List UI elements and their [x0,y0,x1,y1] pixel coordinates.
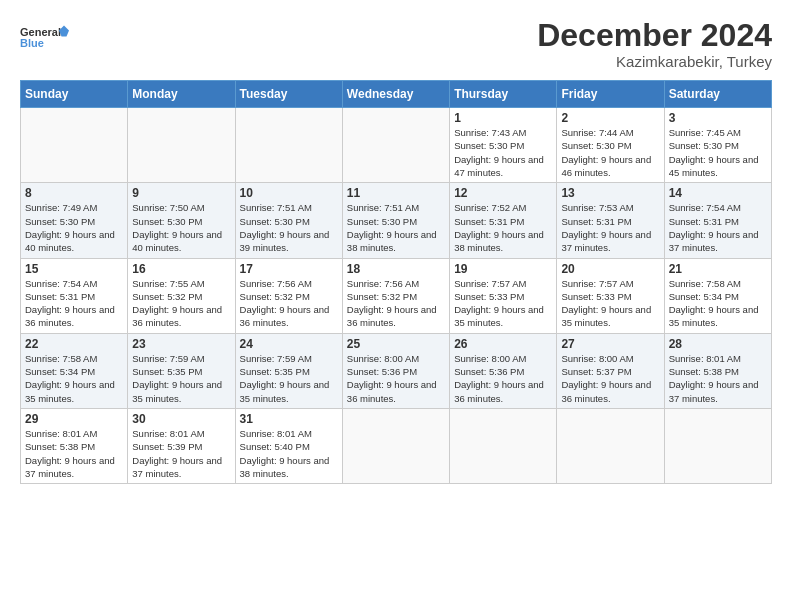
calendar-cell: 18Sunrise: 7:56 AMSunset: 5:32 PMDayligh… [342,258,449,333]
day-detail: Sunrise: 8:01 AMSunset: 5:38 PMDaylight:… [669,353,759,404]
day-number: 31 [240,412,338,426]
week-row-3: 15Sunrise: 7:54 AMSunset: 5:31 PMDayligh… [21,258,772,333]
day-detail: Sunrise: 8:00 AMSunset: 5:36 PMDaylight:… [347,353,437,404]
day-number: 2 [561,111,659,125]
calendar-cell: 29Sunrise: 8:01 AMSunset: 5:38 PMDayligh… [21,408,128,483]
calendar-cell: 15Sunrise: 7:54 AMSunset: 5:31 PMDayligh… [21,258,128,333]
day-detail: Sunrise: 7:56 AMSunset: 5:32 PMDaylight:… [240,278,330,329]
day-number: 11 [347,186,445,200]
day-detail: Sunrise: 7:44 AMSunset: 5:30 PMDaylight:… [561,127,651,178]
day-number: 9 [132,186,230,200]
calendar-cell: 27Sunrise: 8:00 AMSunset: 5:37 PMDayligh… [557,333,664,408]
calendar-cell: 12Sunrise: 7:52 AMSunset: 5:31 PMDayligh… [450,183,557,258]
calendar-cell: 10Sunrise: 7:51 AMSunset: 5:30 PMDayligh… [235,183,342,258]
page-container: General Blue December 2024 Kazimkarabeki… [0,0,792,494]
day-detail: Sunrise: 7:50 AMSunset: 5:30 PMDaylight:… [132,202,222,253]
day-number: 26 [454,337,552,351]
calendar-cell: 25Sunrise: 8:00 AMSunset: 5:36 PMDayligh… [342,333,449,408]
col-header-sunday: Sunday [21,81,128,108]
logo: General Blue [20,18,70,56]
day-number: 24 [240,337,338,351]
day-number: 23 [132,337,230,351]
day-number: 25 [347,337,445,351]
week-row-2: 8Sunrise: 7:49 AMSunset: 5:30 PMDaylight… [21,183,772,258]
calendar-cell: 31Sunrise: 8:01 AMSunset: 5:40 PMDayligh… [235,408,342,483]
day-number: 29 [25,412,123,426]
day-detail: Sunrise: 7:59 AMSunset: 5:35 PMDaylight:… [240,353,330,404]
day-detail: Sunrise: 7:49 AMSunset: 5:30 PMDaylight:… [25,202,115,253]
calendar-cell: 3Sunrise: 7:45 AMSunset: 5:30 PMDaylight… [664,108,771,183]
day-detail: Sunrise: 7:57 AMSunset: 5:33 PMDaylight:… [561,278,651,329]
day-number: 22 [25,337,123,351]
calendar-cell: 30Sunrise: 8:01 AMSunset: 5:39 PMDayligh… [128,408,235,483]
day-detail: Sunrise: 7:58 AMSunset: 5:34 PMDaylight:… [669,278,759,329]
day-number: 21 [669,262,767,276]
calendar-table: SundayMondayTuesdayWednesdayThursdayFrid… [20,80,772,484]
calendar-cell: 17Sunrise: 7:56 AMSunset: 5:32 PMDayligh… [235,258,342,333]
calendar-cell: 28Sunrise: 8:01 AMSunset: 5:38 PMDayligh… [664,333,771,408]
page-header: General Blue December 2024 Kazimkarabeki… [20,18,772,70]
day-detail: Sunrise: 7:52 AMSunset: 5:31 PMDaylight:… [454,202,544,253]
calendar-cell: 13Sunrise: 7:53 AMSunset: 5:31 PMDayligh… [557,183,664,258]
calendar-cell [128,108,235,183]
day-detail: Sunrise: 7:57 AMSunset: 5:33 PMDaylight:… [454,278,544,329]
day-number: 3 [669,111,767,125]
logo-svg: General Blue [20,18,70,56]
day-detail: Sunrise: 8:01 AMSunset: 5:40 PMDaylight:… [240,428,330,479]
day-number: 30 [132,412,230,426]
calendar-cell: 21Sunrise: 7:58 AMSunset: 5:34 PMDayligh… [664,258,771,333]
calendar-cell [664,408,771,483]
day-number: 1 [454,111,552,125]
day-number: 20 [561,262,659,276]
calendar-cell: 19Sunrise: 7:57 AMSunset: 5:33 PMDayligh… [450,258,557,333]
day-detail: Sunrise: 7:58 AMSunset: 5:34 PMDaylight:… [25,353,115,404]
week-row-5: 29Sunrise: 8:01 AMSunset: 5:38 PMDayligh… [21,408,772,483]
main-title: December 2024 [537,18,772,53]
day-number: 27 [561,337,659,351]
svg-text:General: General [20,26,61,38]
calendar-cell: 8Sunrise: 7:49 AMSunset: 5:30 PMDaylight… [21,183,128,258]
calendar-cell: 2Sunrise: 7:44 AMSunset: 5:30 PMDaylight… [557,108,664,183]
day-number: 12 [454,186,552,200]
day-detail: Sunrise: 8:00 AMSunset: 5:36 PMDaylight:… [454,353,544,404]
day-number: 10 [240,186,338,200]
col-header-saturday: Saturday [664,81,771,108]
calendar-cell: 14Sunrise: 7:54 AMSunset: 5:31 PMDayligh… [664,183,771,258]
day-detail: Sunrise: 7:53 AMSunset: 5:31 PMDaylight:… [561,202,651,253]
day-detail: Sunrise: 7:55 AMSunset: 5:32 PMDaylight:… [132,278,222,329]
calendar-cell: 1Sunrise: 7:43 AMSunset: 5:30 PMDaylight… [450,108,557,183]
col-header-tuesday: Tuesday [235,81,342,108]
day-number: 8 [25,186,123,200]
day-detail: Sunrise: 7:43 AMSunset: 5:30 PMDaylight:… [454,127,544,178]
subtitle: Kazimkarabekir, Turkey [537,53,772,70]
col-header-wednesday: Wednesday [342,81,449,108]
col-header-thursday: Thursday [450,81,557,108]
day-detail: Sunrise: 7:51 AMSunset: 5:30 PMDaylight:… [240,202,330,253]
calendar-cell [557,408,664,483]
day-detail: Sunrise: 7:45 AMSunset: 5:30 PMDaylight:… [669,127,759,178]
day-detail: Sunrise: 7:54 AMSunset: 5:31 PMDaylight:… [25,278,115,329]
week-row-4: 22Sunrise: 7:58 AMSunset: 5:34 PMDayligh… [21,333,772,408]
calendar-cell: 16Sunrise: 7:55 AMSunset: 5:32 PMDayligh… [128,258,235,333]
day-number: 14 [669,186,767,200]
calendar-cell: 9Sunrise: 7:50 AMSunset: 5:30 PMDaylight… [128,183,235,258]
day-detail: Sunrise: 7:51 AMSunset: 5:30 PMDaylight:… [347,202,437,253]
calendar-cell: 11Sunrise: 7:51 AMSunset: 5:30 PMDayligh… [342,183,449,258]
day-detail: Sunrise: 7:54 AMSunset: 5:31 PMDaylight:… [669,202,759,253]
col-header-monday: Monday [128,81,235,108]
day-number: 13 [561,186,659,200]
calendar-cell: 20Sunrise: 7:57 AMSunset: 5:33 PMDayligh… [557,258,664,333]
day-number: 18 [347,262,445,276]
calendar-cell [21,108,128,183]
day-number: 19 [454,262,552,276]
day-detail: Sunrise: 8:01 AMSunset: 5:39 PMDaylight:… [132,428,222,479]
day-number: 17 [240,262,338,276]
day-number: 15 [25,262,123,276]
day-detail: Sunrise: 7:56 AMSunset: 5:32 PMDaylight:… [347,278,437,329]
day-number: 16 [132,262,230,276]
calendar-cell [235,108,342,183]
calendar-cell [342,108,449,183]
svg-text:Blue: Blue [20,37,44,49]
calendar-cell: 22Sunrise: 7:58 AMSunset: 5:34 PMDayligh… [21,333,128,408]
calendar-header-row: SundayMondayTuesdayWednesdayThursdayFrid… [21,81,772,108]
